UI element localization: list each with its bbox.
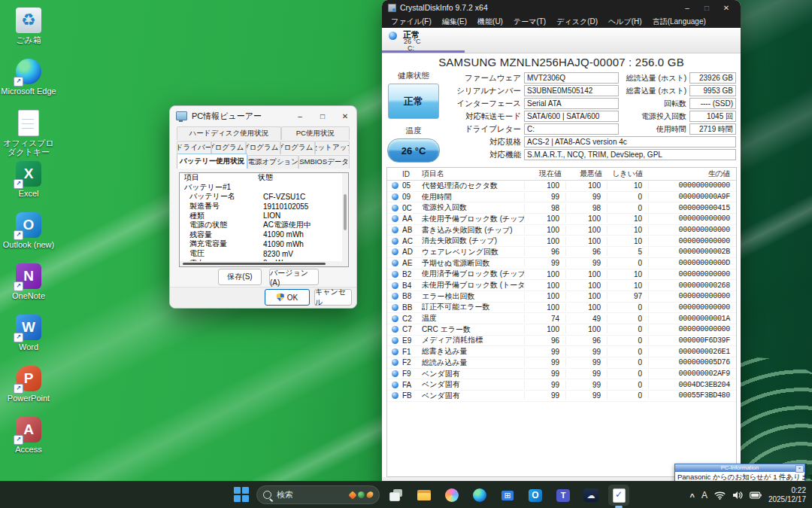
smart-table-row[interactable]: 09 使用時間 99 99 0 000000000A9F: [387, 192, 736, 203]
menu-item[interactable]: 編集(E): [438, 16, 471, 28]
smart-table-row[interactable]: F1 総書き込み量 99 99 0 0000000026E1: [387, 346, 736, 357]
temperature-button[interactable]: 26 °C: [387, 138, 440, 163]
version-button[interactable]: バージョン(A): [269, 269, 319, 285]
clock[interactable]: 0:22 2025/12/17: [768, 486, 809, 504]
ok-button[interactable]: OK: [265, 289, 310, 306]
app-glyph-icon: [444, 488, 459, 503]
attribute-worst: 100: [565, 325, 607, 333]
smart-table-row[interactable]: 0C 電源投入回数 98 98 0 000000000415: [387, 202, 736, 214]
smart-table-row[interactable]: B2 使用済予備ブロック数 (チップ) 100 100 10 000000000…: [387, 269, 736, 281]
start-button[interactable]: [234, 487, 250, 503]
tray-overflow-chevron-icon[interactable]: ^: [689, 492, 694, 501]
smart-table-row[interactable]: FB ベンダ固有 99 99 0 00055F3BD480: [387, 391, 736, 402]
desktop-icon-label: Access: [15, 445, 41, 454]
search-box[interactable]: 検索: [256, 485, 380, 504]
close-button[interactable]: ✕: [717, 1, 736, 14]
battery-icon[interactable]: [750, 491, 762, 499]
tab-smbios-data[interactable]: SMBIOSデータ: [298, 155, 350, 169]
taskbar-icon-file-explorer[interactable]: [414, 485, 435, 506]
smart-table-row[interactable]: BB 訂正不可能エラー数 100 100 0 000000000000: [387, 303, 736, 314]
health-status-button[interactable]: 正常: [388, 84, 439, 119]
menu-item[interactable]: 機能(U): [473, 16, 508, 28]
tab-setup[interactable]: セットアップ: [315, 141, 350, 154]
taskbar-icon-task-view[interactable]: [386, 485, 407, 506]
tab-driver[interactable]: ドライバー: [177, 141, 211, 154]
ime-indicator[interactable]: A: [701, 490, 707, 500]
attribute-status-orb-icon: [392, 227, 398, 233]
raw-column-header: 生の値: [649, 169, 736, 179]
attribute-status-orb-icon: [392, 392, 398, 399]
save-button[interactable]: 保存(S): [218, 269, 262, 285]
taskbar-icon-weather-widget[interactable]: [580, 485, 601, 506]
smart-table-row[interactable]: B8 エラー検出回数 100 100 97 000000000000: [387, 291, 736, 303]
tab-pc-usage[interactable]: PC使用状況: [281, 126, 350, 140]
battery-status-list[interactable]: 項目 状態 バッテリー#1 バッテリー名 CF-VZSU1C 製造番号 1911…: [179, 172, 349, 267]
maximize-button[interactable]: □: [697, 1, 717, 14]
smart-table-row[interactable]: AB 書き込み失敗回数 (チップ) 100 100 10 00000000000…: [387, 225, 736, 236]
battery-row: 種類 LION: [180, 211, 348, 221]
smart-table-row[interactable]: C7 CRC エラー数 100 100 0 000000000000: [387, 324, 736, 336]
smart-table-row[interactable]: AE 予期せぬ電源断回数 99 99 0 00000000000D: [387, 258, 736, 269]
smart-table-row[interactable]: C2 温度 74 49 0 00000000001A: [387, 313, 736, 324]
taskbar-icon-pc-info-viewer[interactable]: [608, 485, 629, 506]
attribute-id: B2: [402, 270, 422, 278]
attribute-current: 100: [524, 325, 565, 333]
desktop-icon-access[interactable]: A Access: [0, 417, 57, 454]
tab-program3[interactable]: プログラム 3: [280, 141, 315, 154]
desktop-icon-office-product-key[interactable]: オフィスプロダクトキー: [0, 110, 57, 157]
tray-date: 2025/12/17: [768, 495, 806, 504]
taskbar-icon-teams[interactable]: [553, 485, 574, 506]
desktop-icon-recycle-bin[interactable]: ♻ ごみ箱: [0, 8, 57, 44]
attribute-name: 電源投入回数: [422, 202, 524, 213]
smart-table-row[interactable]: FA ベンダ固有 99 99 0 0004DC3EB204: [387, 379, 736, 391]
taskbar-icon-outlook[interactable]: [525, 485, 546, 506]
desktop-icon-powerpoint[interactable]: P PowerPoint: [0, 366, 57, 403]
info-field-row: インターフェース Serial ATA: [435, 97, 619, 110]
smart-table-row[interactable]: F9 ベンダ固有 99 99 0 000000002AF9: [387, 369, 736, 380]
info-field-row: 使用時間 2719 時間: [621, 123, 736, 135]
search-highlight-icons[interactable]: [350, 491, 373, 498]
tab-battery-usage[interactable]: バッテリー使用状況: [177, 154, 247, 169]
cancel-button[interactable]: キャンセル: [314, 289, 352, 306]
smart-table-row[interactable]: AA 未使用予備ブロック数 (チップ) 100 100 10 000000000…: [387, 214, 736, 225]
attribute-status-orb-icon: [392, 315, 398, 322]
smart-table-row[interactable]: B4 未使用予備ブロック数 (トータル) 100 100 10 00000000…: [387, 280, 736, 291]
taskbar-icon-microsoft-edge[interactable]: [469, 485, 490, 506]
vertical-scrollbar[interactable]: [342, 173, 348, 266]
menu-item[interactable]: ヘルプ(H): [604, 16, 647, 28]
desktop-icon-microsoft-edge[interactable]: Microsoft Edge: [0, 59, 57, 96]
minimize-button[interactable]: –: [289, 109, 311, 123]
taskbar-icon-copilot[interactable]: [441, 485, 462, 506]
minimize-button[interactable]: –: [677, 1, 697, 14]
desktop-icon-outlook-new[interactable]: O Outlook (new): [0, 212, 57, 249]
tab-program1[interactable]: プログラム 1: [211, 141, 246, 154]
info-field-row: 対応転送モード SATA/600 | SATA/600: [435, 110, 619, 123]
wifi-icon[interactable]: [714, 491, 726, 500]
smart-table-row[interactable]: AC 消去失敗回数 (チップ) 100 100 10 000000000000: [387, 236, 736, 247]
close-button[interactable]: ✕: [334, 109, 356, 123]
attribute-name: 代替処理済のセクタ数: [422, 181, 524, 191]
tab-program2[interactable]: プログラム 2: [246, 141, 280, 154]
volume-icon[interactable]: [732, 491, 743, 500]
attribute-id: F2: [402, 358, 422, 367]
menu-item[interactable]: 言語(Language): [648, 16, 710, 28]
search-placeholder: 検索: [277, 489, 350, 500]
desktop-icon-word[interactable]: W Word: [0, 315, 57, 351]
maximize-button[interactable]: □: [311, 109, 334, 123]
horizontal-scrollbar[interactable]: [180, 261, 342, 266]
tab-power-options[interactable]: 電源オプション: [247, 155, 298, 169]
smart-table-row[interactable]: AD ウェアレベリング回数 96 96 5 00000000002B: [387, 247, 736, 258]
smart-table-row[interactable]: E9 メディア消耗指標 96 96 0 000000F6D39F: [387, 336, 736, 347]
taskbar-icon-microsoft-store[interactable]: [497, 485, 518, 506]
smart-table-row[interactable]: 05 代替処理済のセクタ数 100 100 10 000000000000: [387, 181, 736, 192]
menu-item[interactable]: ファイル(F): [386, 16, 436, 28]
menu-item[interactable]: ディスク(D): [552, 16, 602, 28]
tab-harddisk-usage[interactable]: ハードディスク使用状況: [177, 126, 281, 140]
disk-selector-strip[interactable]: 正常 26 °C C:: [382, 28, 741, 53]
menu-item[interactable]: テーマ(T): [509, 16, 550, 28]
desktop-icon-excel[interactable]: X Excel: [0, 161, 57, 198]
attribute-threshold: 0: [607, 193, 648, 201]
desktop-icon-onenote[interactable]: N OneNote: [0, 263, 57, 300]
smart-table-row[interactable]: F2 総読み込み量 99 99 0 000000005D76: [387, 357, 736, 369]
notification-close-button[interactable]: ×: [795, 465, 804, 473]
